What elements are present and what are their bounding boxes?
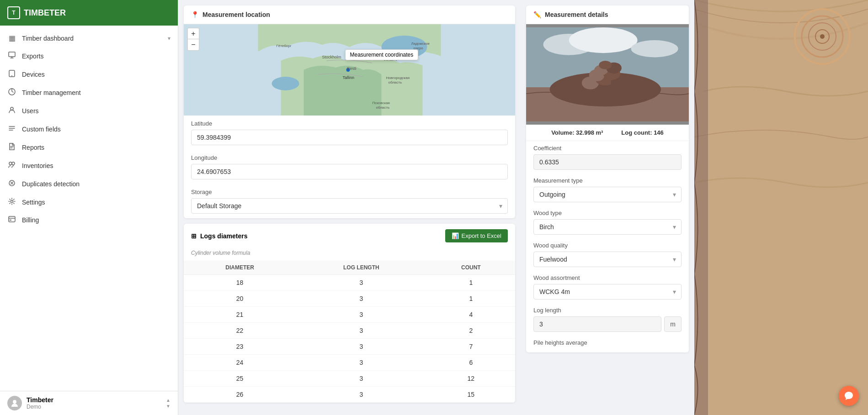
longitude-input[interactable] — [191, 164, 508, 179]
sidebar-item-label: Inventories — [22, 162, 53, 169]
export-to-excel-button[interactable]: 📊 Export to Excel — [445, 229, 508, 242]
svg-text:Псковская: Псковская — [373, 101, 390, 105]
log-count-value: 146 — [654, 129, 664, 136]
wood-assortment-label: Wood assortment — [533, 274, 682, 281]
sidebar-item-label: Settings — [22, 199, 45, 206]
wood-quality-field: Wood quality Fuelwood — [526, 238, 689, 271]
settings-icon — [7, 198, 16, 207]
svg-text:Гётеборг: Гётеборг — [277, 44, 292, 48]
svg-point-11 — [13, 400, 16, 404]
svg-point-42 — [599, 61, 612, 69]
sidebar: T TIMBETER ▦ Timber dashboard ▾ Exports … — [0, 0, 178, 415]
app-logo[interactable]: T TIMBETER — [7, 6, 66, 19]
reports-icon — [7, 143, 16, 152]
map-container[interactable]: Stockholm Tallinn Eesti Ленинградская об… — [184, 24, 515, 116]
table-cell-log_length: 3 — [296, 275, 427, 291]
table-cell-diameter: 26 — [184, 387, 296, 403]
svg-rect-10 — [10, 220, 11, 221]
custom-fields-icon — [7, 125, 16, 134]
sidebar-item-label: Users — [22, 107, 39, 115]
sidebar-item-inventories[interactable]: Inventories — [0, 157, 178, 175]
wood-assortment-select[interactable]: WCKG 4m — [533, 284, 682, 299]
svg-text:Tallinn: Tallinn — [343, 75, 355, 80]
chevron-down-icon: ▾ — [168, 35, 170, 42]
wood-quality-select[interactable]: Fuelwood — [533, 252, 682, 267]
volume-value: 32.998 m³ — [576, 129, 603, 136]
details-title: Measurement details — [545, 11, 608, 18]
table-cell-diameter: 22 — [184, 323, 296, 339]
stats-row: Volume: 32.998 m³ Log count: 146 — [526, 125, 689, 141]
main-content: 📍 Measurement location — [178, 0, 868, 415]
table-cell-diameter: 23 — [184, 339, 296, 355]
map-zoom-out-button[interactable]: − — [188, 39, 199, 50]
col-count: COUNT — [427, 261, 515, 275]
log-length-input[interactable] — [533, 316, 661, 332]
sidebar-item-billing[interactable]: Billing — [0, 211, 178, 229]
measurement-type-label: Measurement type — [533, 177, 682, 184]
log-count-stat: Log count: 146 — [621, 129, 663, 136]
details-panel: ✏️ Measurement details — [521, 0, 694, 415]
user-section[interactable]: Timbeter Demo ▲ ▼ — [7, 396, 170, 410]
table-cell-diameter: 25 — [184, 371, 296, 387]
exports-icon — [7, 52, 16, 61]
coefficient-label: Coefficient — [533, 145, 682, 152]
user-info: Timbeter Demo — [27, 396, 161, 410]
table-cell-log_length: 3 — [296, 291, 427, 307]
wood-assortment-select-wrapper: WCKG 4m — [533, 284, 682, 299]
coefficient-input[interactable] — [533, 154, 682, 170]
sidebar-item-devices[interactable]: Devices — [0, 65, 178, 84]
chat-button[interactable] — [839, 386, 859, 406]
svg-point-2 — [11, 75, 12, 76]
log-length-unit: m — [664, 316, 682, 332]
col-log-length: LOG LENGTH — [296, 261, 427, 275]
dashboard-icon: ▦ — [7, 34, 16, 42]
map-tooltip: Measurement coordinates — [345, 49, 419, 60]
details-card-header: ✏️ Measurement details — [526, 5, 689, 24]
log-count-label: Log count: — [621, 129, 652, 136]
sidebar-item-users[interactable]: Users — [0, 102, 178, 120]
table-cell-log_length: 3 — [296, 371, 427, 387]
location-card-header: 📍 Measurement location — [184, 5, 515, 24]
svg-point-4 — [11, 107, 13, 110]
table-cell-count: 7 — [427, 339, 515, 355]
svg-text:Ладожское: Ладожское — [411, 42, 430, 46]
wood-type-select[interactable]: Birch — [533, 219, 682, 235]
measurement-type-select[interactable]: Outgoing — [533, 187, 682, 202]
wood-quality-label: Wood quality — [533, 242, 682, 249]
storage-select[interactable]: Default Storage — [191, 198, 508, 214]
devices-icon — [7, 70, 16, 79]
expand-user-icon[interactable]: ▲ ▼ — [166, 398, 170, 409]
volume-label: Volume: — [551, 129, 574, 136]
table-cell-count: 15 — [427, 387, 515, 403]
sidebar-item-duplicates-detection[interactable]: Duplicates detection — [0, 175, 178, 193]
col-diameter: DIAMETER — [184, 261, 296, 275]
longitude-field: Longitude — [184, 150, 515, 184]
table-row: 2031 — [184, 291, 515, 307]
sidebar-item-timber-dashboard[interactable]: ▦ Timber dashboard ▾ — [0, 29, 178, 47]
logo-box: T — [7, 6, 20, 19]
table-cell-log_length: 3 — [296, 355, 427, 371]
sidebar-item-reports[interactable]: Reports — [0, 138, 178, 157]
latitude-input[interactable] — [191, 130, 508, 145]
table-cell-diameter: 20 — [184, 291, 296, 307]
table-cell-diameter: 24 — [184, 355, 296, 371]
sidebar-nav: ▦ Timber dashboard ▾ Exports Devices Tim… — [0, 26, 178, 391]
svg-rect-0 — [9, 52, 15, 57]
sidebar-item-label: Exports — [22, 53, 43, 60]
sidebar-item-custom-fields[interactable]: Custom fields — [0, 120, 178, 138]
sidebar-item-label: Duplicates detection — [22, 180, 80, 188]
sidebar-item-timber-management[interactable]: Timber management — [0, 84, 178, 102]
sidebar-item-exports[interactable]: Exports — [0, 47, 178, 65]
chat-icon — [844, 391, 854, 401]
sidebar-item-settings[interactable]: Settings — [0, 193, 178, 211]
map-zoom-in-button[interactable]: + — [188, 28, 199, 39]
svg-rect-9 — [9, 216, 15, 222]
table-row: 1831 — [184, 275, 515, 291]
logs-icon: ⊞ — [191, 232, 197, 240]
svg-point-31 — [569, 27, 638, 53]
logs-table-body: 1831203121342232233724362531226315 — [184, 275, 515, 403]
log-length-input-group: m — [533, 316, 682, 332]
left-panel: 📍 Measurement location — [178, 0, 521, 415]
latitude-label: Latitude — [191, 120, 508, 127]
billing-icon — [7, 216, 16, 224]
